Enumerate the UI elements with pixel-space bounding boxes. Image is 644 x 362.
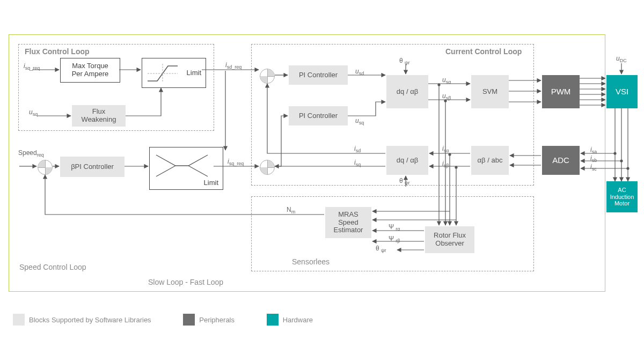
sig-isd-req: isd_req — [225, 61, 241, 70]
sig-usd: usd — [355, 68, 364, 76]
limit2-block: Limit — [149, 147, 223, 190]
sig-isq-req: isq_req — [228, 158, 244, 166]
sig-nm: Nm — [287, 206, 295, 215]
sig-usb: usβ — [442, 92, 451, 101]
sig-isa-p: isa — [590, 146, 597, 154]
sig-isd: isd — [354, 145, 361, 153]
legend-swatch-per — [183, 314, 195, 326]
sig-isc-p: isc — [590, 163, 597, 172]
sig-udc: uDC — [616, 55, 627, 63]
sig-usq: usq — [355, 117, 364, 125]
sig-theta3: θ ψr — [376, 245, 386, 253]
sum-d — [260, 69, 275, 84]
sig-theta1: θ ψr — [399, 57, 409, 65]
flux-section-label: Flux Control Loop — [25, 47, 90, 56]
sum-speed — [38, 160, 53, 175]
svg-point-2 — [627, 167, 629, 169]
legend-per: Peripherals — [199, 316, 235, 324]
slowfast-label: Slow Loop - Fast Loop — [148, 278, 223, 286]
pi2-block: PI Controller — [289, 106, 348, 125]
sig-isb-p: isb — [590, 154, 597, 163]
abab-block: αβ / abc — [471, 146, 509, 175]
sig-isq: isq — [354, 159, 361, 167]
vsi-block: VSI — [606, 75, 638, 108]
sig-psirb: Ψ rβ — [389, 235, 400, 243]
limit2-label: Limit — [204, 179, 218, 187]
sum-q — [260, 160, 275, 175]
svg-point-0 — [614, 152, 616, 154]
speed-section-label: Speed Control Loop — [19, 263, 86, 271]
limit-label: Limit — [187, 69, 201, 77]
sig-usq-in: usq — [29, 108, 38, 117]
svm-block: SVM — [471, 75, 509, 108]
pi1-block: PI Controller — [289, 65, 348, 85]
legend-swatch-sw — [13, 314, 25, 326]
sig-isa: isα — [442, 145, 449, 153]
sig-theta2: θ ψr — [399, 177, 409, 186]
sig-speed-req: Speedreq — [18, 149, 44, 158]
legend-swatch-hw — [267, 314, 279, 326]
legend-sw: Blocks Supported by Software Libraries — [29, 316, 151, 324]
sensorless-section-label: Sensorlees — [292, 257, 330, 266]
pwm-block: PWM — [542, 75, 580, 108]
mras-block: MRAS Speed Estimator — [325, 207, 371, 238]
limit-block: Limit — [142, 58, 206, 88]
legend: Blocks Supported by Software Libraries P… — [13, 314, 343, 327]
sig-isb: isβ — [442, 160, 449, 168]
svg-point-1 — [620, 160, 623, 162]
sig-psira: Ψ rα — [389, 223, 400, 232]
mtpa-block: Max Torque Per Ampere — [60, 58, 120, 83]
rfo-block: Rotor Flux Observer — [425, 226, 474, 253]
legend-hw: Hardware — [283, 316, 313, 324]
dqab1-block: dq / αβ — [386, 75, 428, 108]
adc-block: ADC — [542, 146, 580, 175]
bpi-block: βPI Controller — [60, 157, 125, 177]
current-section-label: Current Control Loop — [445, 47, 522, 56]
acm-block: AC Induction Motor — [606, 181, 638, 212]
sig-isq-req-in: isq_req — [24, 62, 40, 71]
sig-usa: usα — [442, 76, 451, 85]
dqab2-block: dq / αβ — [386, 146, 428, 175]
fluxweak-block: Flux Weakening — [72, 105, 126, 127]
